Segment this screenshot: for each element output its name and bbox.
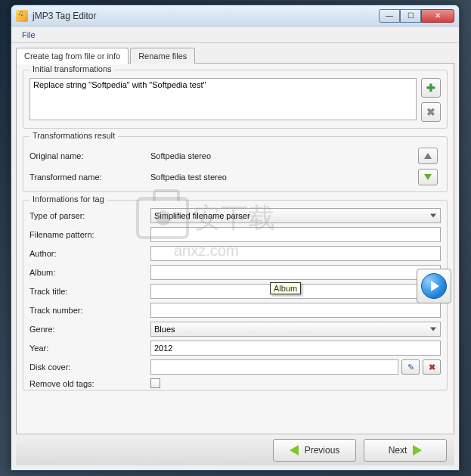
- disk-cover-label: Disk cover:: [29, 362, 150, 372]
- track-title-label: Track title:: [29, 287, 150, 296]
- original-name-label: Original name:: [29, 151, 150, 160]
- remove-old-tags-label: Remove old tags:: [29, 379, 150, 388]
- genre-label: Genre:: [29, 325, 150, 334]
- remove-transformation-button[interactable]: ✖: [421, 102, 441, 122]
- pencil-icon: ✎: [407, 362, 414, 372]
- tab-create-tag[interactable]: Create tag from file or info: [16, 48, 129, 64]
- group-title-result: Transformations result: [29, 131, 118, 140]
- group-informations-for-tag: Informations for tag Type of parser: Sim…: [23, 200, 448, 390]
- app-icon: [16, 10, 28, 22]
- tab-body: Initial transformations Replace string "…: [16, 63, 454, 449]
- window-controls: — ☐ ✕: [379, 9, 454, 23]
- album-input[interactable]: [150, 265, 441, 280]
- x-icon: ✖: [429, 362, 435, 372]
- client-area: Create tag from file or info Rename file…: [11, 43, 459, 470]
- plus-icon: ✚: [426, 82, 435, 94]
- footer-bar: Previous Next: [16, 434, 454, 465]
- parser-combo-value: Simplified filename parser: [154, 211, 250, 220]
- transformation-item[interactable]: Replace string "Softpedia" with "Softped…: [33, 80, 413, 89]
- disk-cover-remove-button[interactable]: ✖: [423, 359, 441, 375]
- transformed-name-value: Softpedia test stereo: [150, 173, 418, 182]
- next-file-button[interactable]: [418, 169, 438, 185]
- maximize-button[interactable]: ☐: [400, 9, 421, 23]
- parser-combo[interactable]: Simplified filename parser: [150, 208, 441, 223]
- year-label: Year:: [29, 344, 150, 353]
- tab-rename-files[interactable]: Rename files: [130, 48, 195, 64]
- previous-label: Previous: [305, 445, 340, 456]
- arrow-right-icon: [413, 445, 422, 456]
- pattern-label: Filename pattern:: [29, 230, 150, 239]
- track-number-input[interactable]: [150, 303, 441, 318]
- original-name-value: Softpedia stereo: [150, 151, 418, 160]
- track-number-label: Track number:: [29, 306, 150, 315]
- arrow-left-icon: [290, 445, 299, 456]
- x-icon: ✖: [426, 106, 435, 118]
- pattern-input[interactable]: [150, 227, 441, 242]
- author-label: Author:: [29, 249, 150, 258]
- tabstrip: Create tag from file or info Rename file…: [16, 48, 454, 64]
- author-input[interactable]: [150, 246, 441, 261]
- group-title-info: Informations for tag: [29, 194, 107, 204]
- titlebar[interactable]: jMP3 Tag Editor — ☐ ✕: [11, 5, 459, 26]
- transformed-name-label: Transformed name:: [29, 173, 150, 182]
- remove-old-tags-checkbox[interactable]: [150, 378, 160, 388]
- previous-button[interactable]: Previous: [273, 439, 356, 462]
- previous-file-button[interactable]: [418, 148, 438, 164]
- add-transformation-button[interactable]: ✚: [421, 78, 441, 98]
- year-input[interactable]: [150, 341, 441, 356]
- group-title-initial: Initial transformations: [29, 64, 115, 73]
- album-label: Album:: [29, 268, 150, 277]
- next-label: Next: [389, 445, 407, 456]
- close-button[interactable]: ✕: [421, 9, 454, 23]
- parser-label: Type of parser:: [29, 211, 150, 220]
- group-transformations-result: Transformations result Original name: So…: [23, 136, 448, 192]
- transformations-listbox[interactable]: Replace string "Softpedia" with "Softped…: [29, 78, 417, 120]
- disk-cover-edit-button[interactable]: ✎: [401, 359, 420, 375]
- tooltip-album: Album: [270, 282, 301, 294]
- app-window: jMP3 Tag Editor — ☐ ✕ File Create tag fr…: [11, 5, 460, 471]
- play-button[interactable]: [417, 269, 451, 303]
- next-button[interactable]: Next: [364, 439, 447, 462]
- menubar: File: [11, 26, 459, 43]
- window-title: jMP3 Tag Editor: [33, 11, 97, 21]
- genre-combo[interactable]: Blues: [150, 322, 441, 337]
- menu-file[interactable]: File: [16, 29, 42, 41]
- group-initial-transformations: Initial transformations Replace string "…: [23, 70, 448, 129]
- disk-cover-input[interactable]: [150, 359, 398, 375]
- minimize-button[interactable]: —: [379, 9, 400, 23]
- genre-combo-value: Blues: [154, 325, 175, 334]
- play-icon: [421, 273, 447, 299]
